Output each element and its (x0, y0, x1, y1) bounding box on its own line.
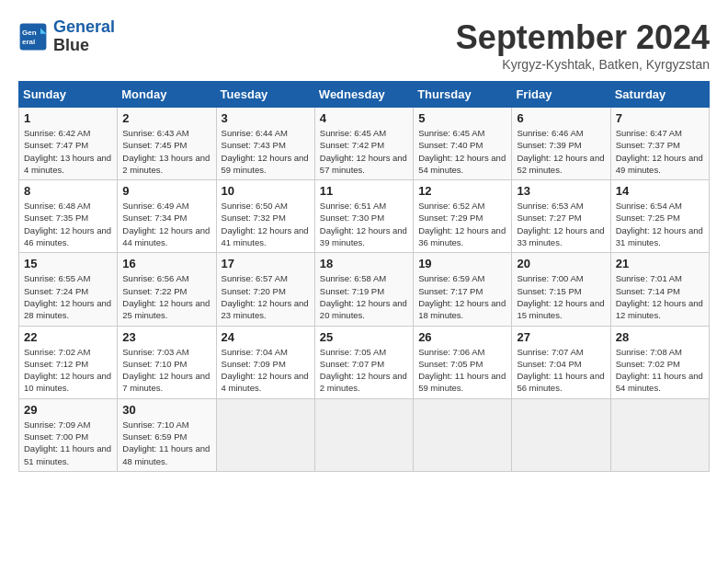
day-number: 23 (122, 330, 210, 344)
day-number: 8 (24, 184, 112, 198)
calendar-cell: 18Sunrise: 6:58 AMSunset: 7:19 PMDayligh… (314, 253, 413, 326)
day-info: Sunrise: 7:03 AMSunset: 7:10 PMDaylight:… (122, 346, 210, 395)
calendar-cell (414, 398, 512, 471)
calendar-body: 1Sunrise: 6:42 AMSunset: 7:47 PMDaylight… (19, 108, 710, 472)
day-number: 22 (24, 330, 112, 344)
calendar-cell: 10Sunrise: 6:50 AMSunset: 7:32 PMDayligh… (216, 180, 314, 253)
calendar-cell: 21Sunrise: 7:01 AMSunset: 7:14 PMDayligh… (610, 253, 709, 326)
calendar-week-row: 8Sunrise: 6:48 AMSunset: 7:35 PMDaylight… (19, 180, 710, 253)
day-info: Sunrise: 6:52 AMSunset: 7:29 PMDaylight:… (418, 200, 506, 248)
calendar-cell: 29Sunrise: 7:09 AMSunset: 7:00 PMDayligh… (19, 398, 118, 471)
day-number: 21 (616, 257, 704, 270)
day-number: 2 (122, 111, 210, 125)
day-info: Sunrise: 6:56 AMSunset: 7:22 PMDaylight:… (122, 272, 210, 321)
day-number: 29 (24, 403, 112, 417)
calendar-cell: 24Sunrise: 7:04 AMSunset: 7:09 PMDayligh… (216, 326, 314, 398)
calendar-cell (314, 398, 413, 471)
day-info: Sunrise: 6:51 AMSunset: 7:30 PMDaylight:… (320, 200, 408, 248)
calendar-cell: 16Sunrise: 6:56 AMSunset: 7:22 PMDayligh… (118, 253, 216, 326)
page-header: Gen eral General Blue September 2024 Kyr… (18, 18, 710, 72)
svg-text:eral: eral (22, 38, 35, 46)
day-number: 13 (517, 184, 605, 198)
day-number: 15 (24, 257, 112, 270)
day-number: 7 (616, 111, 704, 125)
day-info: Sunrise: 6:48 AMSunset: 7:35 PMDaylight:… (24, 200, 112, 248)
day-info: Sunrise: 7:08 AMSunset: 7:02 PMDaylight:… (616, 346, 704, 395)
day-number: 30 (122, 403, 210, 417)
day-info: Sunrise: 6:54 AMSunset: 7:25 PMDaylight:… (616, 200, 704, 248)
day-info: Sunrise: 6:55 AMSunset: 7:24 PMDaylight:… (24, 272, 112, 321)
day-info: Sunrise: 6:49 AMSunset: 7:34 PMDaylight:… (122, 200, 210, 248)
day-number: 12 (418, 184, 506, 198)
calendar-cell (512, 398, 610, 471)
day-number: 20 (517, 257, 605, 270)
day-number: 27 (517, 330, 605, 344)
calendar-cell: 23Sunrise: 7:03 AMSunset: 7:10 PMDayligh… (118, 326, 216, 398)
calendar-cell: 11Sunrise: 6:51 AMSunset: 7:30 PMDayligh… (314, 180, 413, 253)
day-number: 16 (122, 257, 210, 270)
day-number: 4 (320, 111, 408, 125)
calendar-cell: 1Sunrise: 6:42 AMSunset: 7:47 PMDaylight… (19, 108, 118, 180)
col-tuesday: Tuesday (216, 82, 314, 108)
col-friday: Friday (512, 82, 610, 108)
day-info: Sunrise: 7:00 AMSunset: 7:15 PMDaylight:… (517, 272, 605, 321)
calendar-cell: 13Sunrise: 6:53 AMSunset: 7:27 PMDayligh… (512, 180, 610, 253)
day-info: Sunrise: 7:06 AMSunset: 7:05 PMDaylight:… (418, 346, 506, 395)
calendar-header: Sunday Monday Tuesday Wednesday Thursday… (19, 82, 710, 108)
month-title: September 2024 (456, 18, 710, 57)
calendar-week-row: 1Sunrise: 6:42 AMSunset: 7:47 PMDaylight… (19, 108, 710, 180)
logo-icon: Gen eral (18, 22, 48, 52)
day-number: 17 (222, 257, 310, 270)
calendar-table: Sunday Monday Tuesday Wednesday Thursday… (18, 81, 710, 472)
day-info: Sunrise: 6:58 AMSunset: 7:19 PMDaylight:… (320, 272, 408, 321)
col-thursday: Thursday (414, 82, 512, 108)
calendar-cell: 4Sunrise: 6:45 AMSunset: 7:42 PMDaylight… (314, 108, 413, 180)
day-number: 19 (418, 257, 506, 270)
day-number: 18 (320, 257, 408, 270)
calendar-cell: 28Sunrise: 7:08 AMSunset: 7:02 PMDayligh… (610, 326, 709, 398)
day-number: 3 (222, 111, 310, 125)
day-number: 1 (24, 111, 112, 125)
calendar-week-row: 29Sunrise: 7:09 AMSunset: 7:00 PMDayligh… (19, 398, 710, 471)
day-number: 11 (320, 184, 408, 198)
day-number: 14 (616, 184, 704, 198)
day-info: Sunrise: 6:59 AMSunset: 7:17 PMDaylight:… (418, 272, 506, 321)
calendar-cell (610, 398, 709, 471)
day-number: 10 (222, 184, 310, 198)
day-info: Sunrise: 6:57 AMSunset: 7:20 PMDaylight:… (222, 272, 310, 321)
calendar-cell: 30Sunrise: 7:10 AMSunset: 6:59 PMDayligh… (118, 398, 216, 471)
day-info: Sunrise: 6:50 AMSunset: 7:32 PMDaylight:… (222, 200, 310, 248)
col-monday: Monday (118, 82, 216, 108)
title-block: September 2024 Kyrgyz-Kyshtak, Batken, K… (456, 18, 710, 72)
day-info: Sunrise: 6:47 AMSunset: 7:37 PMDaylight:… (616, 127, 704, 176)
day-number: 25 (320, 330, 408, 344)
logo-line1: General (53, 17, 115, 36)
calendar-week-row: 22Sunrise: 7:02 AMSunset: 7:12 PMDayligh… (19, 326, 710, 398)
calendar-cell: 27Sunrise: 7:07 AMSunset: 7:04 PMDayligh… (512, 326, 610, 398)
day-number: 9 (122, 184, 210, 198)
day-info: Sunrise: 6:43 AMSunset: 7:45 PMDaylight:… (122, 127, 210, 176)
day-number: 5 (418, 111, 506, 125)
day-info: Sunrise: 6:53 AMSunset: 7:27 PMDaylight:… (517, 200, 605, 248)
day-number: 24 (222, 330, 310, 344)
svg-text:Gen: Gen (22, 29, 37, 37)
calendar-cell: 20Sunrise: 7:00 AMSunset: 7:15 PMDayligh… (512, 253, 610, 326)
day-info: Sunrise: 7:05 AMSunset: 7:07 PMDaylight:… (320, 346, 408, 395)
col-sunday: Sunday (19, 82, 118, 108)
calendar-cell: 19Sunrise: 6:59 AMSunset: 7:17 PMDayligh… (414, 253, 512, 326)
calendar-cell (216, 398, 314, 471)
calendar-cell: 25Sunrise: 7:05 AMSunset: 7:07 PMDayligh… (314, 326, 413, 398)
day-info: Sunrise: 7:04 AMSunset: 7:09 PMDaylight:… (222, 346, 310, 395)
calendar-cell: 15Sunrise: 6:55 AMSunset: 7:24 PMDayligh… (19, 253, 118, 326)
day-info: Sunrise: 6:44 AMSunset: 7:43 PMDaylight:… (222, 127, 310, 176)
day-number: 26 (418, 330, 506, 344)
logo-text: General Blue (53, 18, 115, 55)
calendar-cell: 8Sunrise: 6:48 AMSunset: 7:35 PMDaylight… (19, 180, 118, 253)
day-number: 6 (517, 111, 605, 125)
calendar-cell: 7Sunrise: 6:47 AMSunset: 7:37 PMDaylight… (610, 108, 709, 180)
day-number: 28 (616, 330, 704, 344)
calendar-cell: 2Sunrise: 6:43 AMSunset: 7:45 PMDaylight… (118, 108, 216, 180)
location: Kyrgyz-Kyshtak, Batken, Kyrgyzstan (456, 57, 710, 72)
day-info: Sunrise: 7:02 AMSunset: 7:12 PMDaylight:… (24, 346, 112, 395)
logo-line2: Blue (53, 37, 115, 55)
